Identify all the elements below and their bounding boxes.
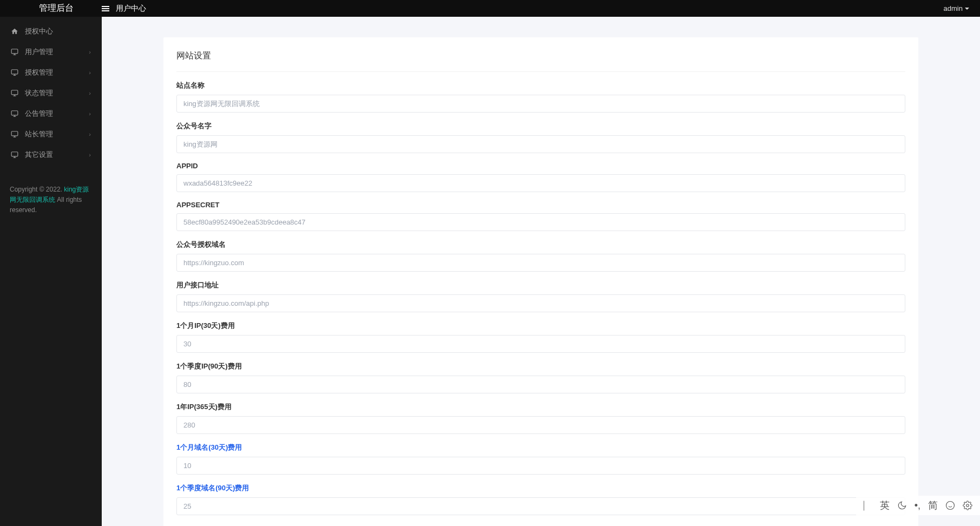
field-input-9[interactable] — [176, 457, 905, 475]
svg-rect-15 — [11, 152, 18, 156]
svg-point-18 — [946, 502, 955, 510]
field-input-0[interactable] — [176, 95, 905, 113]
field-input-6[interactable] — [176, 335, 905, 353]
svg-rect-0 — [11, 49, 18, 54]
field-label: 1个季度IP(90天)费用 — [176, 361, 905, 371]
sidebar-item-2[interactable]: 授权管理› — [0, 62, 102, 83]
ime-mode[interactable]: 简 — [928, 499, 938, 512]
topbar: 管理后台 用户中心 admin — [0, 0, 980, 17]
gear-icon[interactable] — [963, 501, 972, 510]
ime-divider-icon: ⎸ — [864, 500, 872, 511]
app-logo: 管理后台 — [11, 3, 102, 14]
field-label: APPID — [176, 162, 905, 170]
field-input-10[interactable] — [176, 497, 905, 515]
field-label: 用户接口地址 — [176, 280, 905, 290]
field-label: 站点名称 — [176, 81, 905, 90]
ime-punct[interactable]: •, — [915, 500, 920, 511]
field-label: 公众号授权域名 — [176, 240, 905, 249]
chevron-right-icon: › — [89, 49, 91, 55]
sidebar-item-label: 用户管理 — [25, 47, 53, 57]
main-content: 网站设置 站点名称公众号名字APPIDAPPSECRET公众号授权域名用户接口地… — [102, 17, 980, 526]
chevron-right-icon: › — [89, 69, 91, 76]
sidebar-item-label: 状态管理 — [25, 88, 53, 98]
sidebar-item-label: 授权中心 — [25, 27, 53, 36]
copyright-prefix: Copyright © 2022. — [10, 186, 64, 193]
field-input-5[interactable] — [176, 294, 905, 312]
field-input-2[interactable] — [176, 174, 905, 192]
chevron-right-icon: › — [89, 152, 91, 158]
form-group-10: 1个季度域名(90天)费用 — [176, 483, 905, 515]
monitor-icon — [10, 151, 19, 159]
form-group-1: 公众号名字 — [176, 121, 905, 153]
field-input-3[interactable] — [176, 213, 905, 231]
ime-toolbar: ⎸ 英 •, 简 — [856, 496, 980, 515]
home-icon — [10, 28, 19, 35]
page-title: 网站设置 — [176, 50, 905, 72]
svg-rect-6 — [11, 90, 18, 95]
smile-icon[interactable] — [945, 501, 955, 510]
form-group-9: 1个月域名(30天)费用 — [176, 443, 905, 475]
form-group-2: APPID — [176, 162, 905, 192]
field-label: 公众号名字 — [176, 121, 905, 131]
sidebar-footer: Copyright © 2022. king资源网无限回调系统 All righ… — [10, 185, 92, 216]
sidebar-item-label: 站长管理 — [25, 129, 53, 139]
svg-rect-12 — [11, 132, 18, 136]
svg-point-21 — [966, 504, 969, 507]
sidebar-item-4[interactable]: 公告管理› — [0, 103, 102, 124]
user-menu[interactable]: admin — [944, 4, 969, 12]
settings-card: 网站设置 站点名称公众号名字APPIDAPPSECRET公众号授权域名用户接口地… — [163, 37, 918, 526]
form-group-3: APPSECRET — [176, 201, 905, 231]
form-group-7: 1个季度IP(90天)费用 — [176, 361, 905, 393]
field-input-1[interactable] — [176, 135, 905, 153]
field-input-4[interactable] — [176, 254, 905, 272]
chevron-right-icon: › — [89, 110, 91, 117]
form-group-8: 1年IP(365天)费用 — [176, 402, 905, 434]
monitor-icon — [10, 69, 19, 76]
sidebar-item-1[interactable]: 用户管理› — [0, 42, 102, 62]
svg-rect-9 — [11, 111, 18, 115]
sidebar-item-5[interactable]: 站长管理› — [0, 124, 102, 144]
form-group-5: 用户接口地址 — [176, 280, 905, 312]
sidebar-item-label: 其它设置 — [25, 150, 53, 160]
sidebar-item-0[interactable]: 授权中心 — [0, 21, 102, 42]
form-group-6: 1个月IP(30天)费用 — [176, 321, 905, 353]
field-input-8[interactable] — [176, 416, 905, 434]
sidebar-item-6[interactable]: 其它设置› — [0, 144, 102, 165]
monitor-icon — [10, 110, 19, 117]
svg-rect-3 — [11, 70, 18, 74]
field-label: 1年IP(365天)费用 — [176, 402, 905, 412]
moon-icon[interactable] — [897, 501, 907, 510]
chevron-down-icon — [965, 8, 969, 10]
sidebar-item-label: 授权管理 — [25, 68, 53, 77]
field-label: 1个月域名(30天)费用 — [176, 443, 905, 452]
form-group-4: 公众号授权域名 — [176, 240, 905, 272]
menu-toggle-icon[interactable] — [102, 6, 109, 11]
ime-lang[interactable]: 英 — [880, 499, 890, 512]
form-group-0: 站点名称 — [176, 81, 905, 113]
user-name: admin — [944, 4, 963, 12]
monitor-icon — [10, 89, 19, 97]
sidebar-item-3[interactable]: 状态管理› — [0, 83, 102, 103]
sidebar-item-label: 公告管理 — [25, 109, 53, 119]
chevron-right-icon: › — [89, 131, 91, 137]
sidebar: 授权中心用户管理›授权管理›状态管理›公告管理›站长管理›其它设置› Copyr… — [0, 17, 102, 526]
field-label: 1个季度域名(90天)费用 — [176, 483, 905, 493]
monitor-icon — [10, 48, 19, 56]
breadcrumb: 用户中心 — [116, 4, 146, 14]
monitor-icon — [10, 130, 19, 138]
field-label: APPSECRET — [176, 201, 905, 209]
field-input-7[interactable] — [176, 376, 905, 393]
chevron-right-icon: › — [89, 90, 91, 96]
field-label: 1个月IP(30天)费用 — [176, 321, 905, 331]
